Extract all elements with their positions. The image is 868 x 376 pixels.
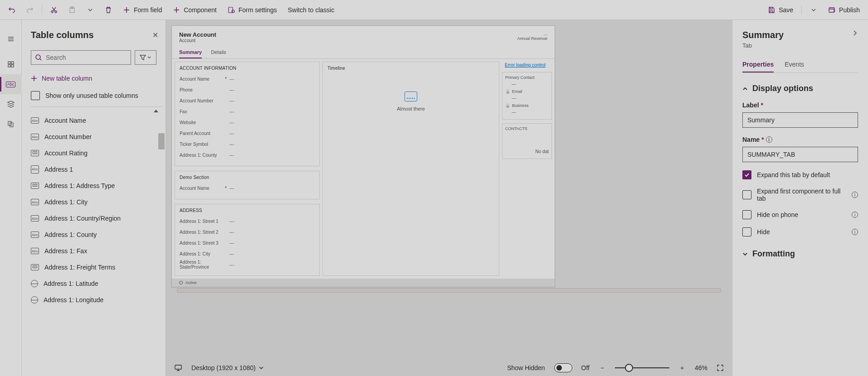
show-hidden-toggle[interactable] [554, 363, 572, 372]
column-item[interactable]: AbcAccount Number [31, 129, 158, 145]
zoom-out-button[interactable]: − [599, 364, 606, 371]
form-field-row[interactable]: Account Name*--- [180, 73, 315, 84]
column-item[interactable]: AbcAddress 1: Fax [31, 243, 158, 259]
name-input[interactable] [742, 147, 858, 162]
rail-table-columns[interactable]: Abc [0, 74, 22, 94]
viewport-dropdown[interactable]: Desktop (1920 x 1080) [191, 361, 264, 375]
display-options-header[interactable]: Display options [742, 84, 858, 93]
new-table-column-button[interactable]: New table column [31, 72, 163, 88]
business-label: Business [505, 101, 549, 108]
column-item[interactable]: AbcAccount Name [31, 112, 158, 129]
form-tab-details[interactable]: Details [211, 47, 226, 58]
form-preview[interactable]: New Account Account ... Annual Revenue S… [171, 25, 555, 287]
columns-list[interactable]: AbcAccount NameAbcAccount NumberAccount … [31, 106, 163, 376]
zoom-in-button[interactable]: + [678, 364, 686, 371]
properties-tab[interactable]: Properties [742, 57, 774, 72]
error-loading-control[interactable]: Error loading control [502, 62, 552, 68]
form-field-row[interactable]: Address 1: Street 3--- [180, 237, 315, 248]
form-field-row[interactable]: Address 1: Street 2--- [180, 227, 315, 237]
contacts-nodata: No dat [505, 149, 549, 154]
search-input-wrapper[interactable] [31, 50, 131, 65]
save-button[interactable]: Save [763, 3, 798, 17]
column-item[interactable]: Address 1: Longitude [31, 292, 158, 308]
table-columns-panel: Table columns ✕ [22, 20, 166, 376]
redo-button[interactable] [22, 3, 38, 17]
field-label: Website [180, 120, 225, 125]
publish-button[interactable]: Publish [824, 3, 864, 17]
form-tab-summary[interactable]: Summary [179, 47, 202, 58]
properties-expand-button[interactable] [852, 30, 858, 36]
add-component-button[interactable]: Component [168, 3, 221, 17]
rail-tree[interactable] [0, 94, 22, 114]
rail-form-libraries[interactable] [0, 114, 22, 134]
column-item[interactable]: AbcAddress 1: City [31, 194, 158, 210]
column-item[interactable]: AbcAddress 1: Country/Region [31, 210, 158, 227]
info-icon[interactable]: i [766, 136, 772, 143]
field-value: --- [229, 230, 234, 235]
section-primary-contact[interactable]: Primary Contact --- Email --- Business -… [502, 72, 552, 120]
section-account-info[interactable]: ACCOUNT INFORMATION Account Name*---Phon… [175, 62, 320, 166]
section-address[interactable]: ADDRESS Address 1: Street 1---Address 1:… [175, 204, 320, 276]
section-timeline[interactable]: Timeline Almost there [322, 62, 499, 276]
save-split-button[interactable] [805, 3, 822, 17]
form-field-row[interactable]: Address 1: State/Province--- [180, 259, 315, 270]
header-ellipsis[interactable]: ... [517, 31, 547, 36]
formatting-header[interactable]: Formatting [742, 249, 858, 259]
rail-components[interactable] [0, 54, 22, 74]
column-item[interactable]: AbcAddress 1 [31, 161, 158, 178]
add-form-field-button[interactable]: Form field [118, 3, 166, 17]
form-field-row[interactable]: Ticker Symbol--- [180, 139, 315, 149]
publish-label: Publish [839, 6, 860, 14]
fit-to-screen-icon[interactable] [717, 364, 724, 371]
paste-button[interactable] [64, 3, 80, 17]
form-field-row[interactable]: Parent Account--- [180, 128, 315, 139]
column-item[interactable]: Address 1: Freight Terms [31, 259, 158, 275]
delete-button[interactable] [100, 3, 117, 17]
info-icon[interactable]: i [852, 229, 858, 235]
show-unused-checkbox[interactable]: Show only unused table columns [31, 88, 163, 106]
column-item[interactable]: AbcAddress 1: County [31, 227, 158, 243]
info-icon[interactable]: i [852, 192, 858, 198]
filter-button[interactable] [135, 50, 156, 65]
section-demo[interactable]: Demo Section Account Name*--- [175, 171, 320, 199]
paste-icon [68, 6, 76, 14]
chevron-down-icon [147, 55, 151, 60]
form-field-row[interactable]: Account Number--- [180, 95, 315, 106]
scrollbar-thumb[interactable] [158, 133, 165, 149]
form-field-row[interactable]: Address 1: City--- [180, 248, 315, 259]
checkbox-checked-icon [742, 170, 751, 179]
horizontal-scrollbar[interactable] [177, 288, 721, 293]
form-field-row[interactable]: Website--- [180, 117, 315, 128]
switch-classic-button[interactable]: Switch to classic [283, 3, 339, 17]
globe-type-icon [31, 280, 38, 287]
rail-hamburger[interactable] [0, 29, 22, 49]
form-settings-button[interactable]: Form settings [223, 3, 282, 17]
paste-split-button[interactable] [82, 3, 98, 17]
search-input[interactable] [42, 54, 127, 61]
label-input[interactable] [742, 112, 858, 128]
form-field-row[interactable]: Account Name*--- [180, 183, 315, 193]
zoom-slider[interactable] [615, 367, 669, 368]
undo-icon [8, 6, 15, 14]
section-contacts[interactable]: CONTACTS No dat [502, 123, 552, 159]
column-item[interactable]: Account Rating [31, 145, 158, 161]
undo-button[interactable] [4, 3, 20, 17]
expand-default-checkbox[interactable]: Expand this tab by default [742, 170, 858, 179]
form-field-row[interactable]: Phone--- [180, 84, 315, 95]
column-item[interactable]: Address 1: Address Type [31, 178, 158, 194]
hide-phone-checkbox[interactable]: Hide on phone i [742, 210, 858, 219]
svg-rect-8 [11, 62, 14, 64]
hide-checkbox[interactable]: Hide i [742, 227, 858, 236]
column-item[interactable]: Address 1: Latitude [31, 275, 158, 292]
events-tab[interactable]: Events [785, 57, 804, 72]
form-field-row[interactable]: Address 1: County--- [180, 149, 315, 160]
column-label: Account Number [44, 133, 92, 140]
info-icon[interactable]: i [852, 212, 858, 218]
form-field-row[interactable]: Fax--- [180, 106, 315, 117]
column-label: Account Name [44, 117, 86, 124]
cut-button[interactable] [46, 3, 62, 17]
form-field-row[interactable]: Address 1: Street 1--- [180, 216, 315, 227]
hide-label: Hide [757, 228, 770, 236]
expand-first-checkbox[interactable]: Expand first component to full tab i [742, 188, 858, 202]
panel-close-button[interactable]: ✕ [148, 29, 163, 41]
